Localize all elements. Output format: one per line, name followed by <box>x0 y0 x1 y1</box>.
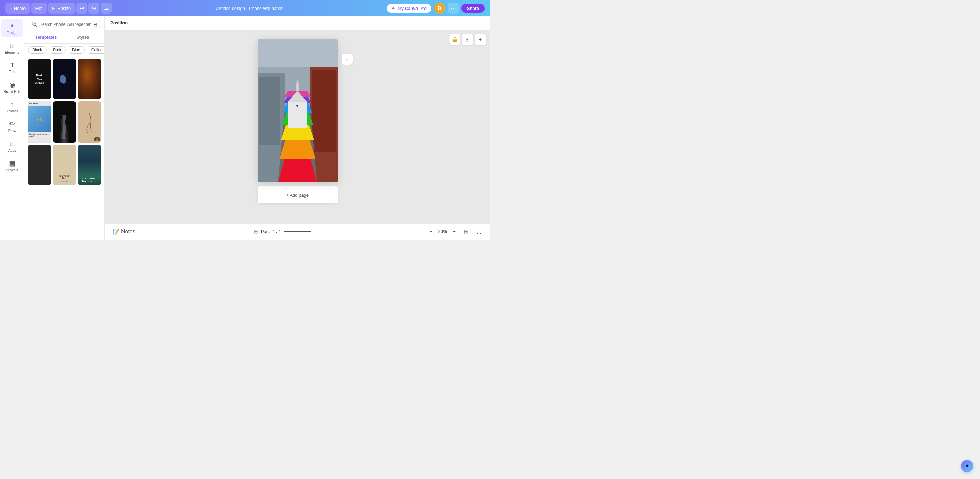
more-icon: ⋯ <box>450 5 456 11</box>
star-icon: ✦ <box>391 6 395 11</box>
reminder-image: 🙌 <box>28 106 51 131</box>
template-card[interactable] <box>53 101 76 142</box>
copy-button[interactable]: ⊡ <box>462 34 473 45</box>
template-card[interactable]: Reminder 🙌 Life is too short, just calm … <box>28 101 51 142</box>
sidebar-item-elements[interactable]: ⊞ Elements <box>2 39 23 57</box>
zoom-in-button[interactable]: + <box>450 227 458 236</box>
bottom-left: 📝 Notes <box>110 227 138 236</box>
add-button[interactable]: + <box>475 34 486 45</box>
template-card[interactable]: FIND YOUR balance <box>78 145 101 185</box>
card-inner: Reminder 🙌 Life is too short, just calm … <box>28 101 51 142</box>
street-scene-svg <box>258 40 337 182</box>
template-card[interactable]: You've got This! NOTEPAD <box>53 145 76 185</box>
resize-button[interactable]: ⊞ Resize <box>48 3 75 14</box>
file-label: File <box>35 6 43 11</box>
panel-tabs: Templates Styles <box>24 32 105 43</box>
topbar-right: ✦ Try Canva Pro D ⋯ Share <box>387 3 485 14</box>
moon-decoration <box>60 74 69 84</box>
chip-collage[interactable]: Collage <box>87 46 105 54</box>
sidebar-item-text[interactable]: T Text <box>2 59 23 76</box>
design-icon: ✦ <box>9 22 15 30</box>
fullscreen-button[interactable]: ⛶ <box>474 227 485 236</box>
zoom-in-icon: + <box>453 229 456 235</box>
canvas-phone[interactable] <box>258 40 337 182</box>
card-subtext: NOTEPAD <box>60 181 69 183</box>
chip-pink[interactable]: Pink <box>49 46 65 54</box>
try-pro-label: Try Canva Pro <box>397 6 426 11</box>
template-card[interactable] <box>78 59 101 99</box>
undo-button[interactable]: ↩ <box>76 3 87 14</box>
svg-rect-3 <box>259 77 280 145</box>
resize-label: Resize <box>57 6 71 11</box>
canvas-top-controls: 🔒 ⊡ + <box>449 34 486 45</box>
redo-button[interactable]: ↪ <box>89 3 99 14</box>
fit-button[interactable]: ⊞ <box>461 227 471 236</box>
cloud-icon: ☁ <box>103 5 109 11</box>
page-progress-bar <box>284 231 311 232</box>
position-label: Position <box>110 21 127 25</box>
text-icon: T <box>10 61 14 69</box>
show-pages-button[interactable]: ⊟ <box>254 228 258 235</box>
expand-button[interactable]: + <box>342 54 353 65</box>
tab-templates[interactable]: Templates <box>28 32 65 43</box>
sidebar-item-label: Brand Hub <box>4 90 21 94</box>
undo-icon: ↩ <box>80 5 84 11</box>
sidebar-item-apps[interactable]: ⊡ Apps <box>2 137 23 155</box>
zoom-out-icon: − <box>430 229 433 235</box>
bottom-right: − 20% + ⊞ ⛶ <box>427 227 485 236</box>
canvas-wrapper[interactable]: 🔒 ⊡ + <box>105 30 490 223</box>
share-button[interactable]: Share <box>461 4 485 13</box>
try-pro-button[interactable]: ✦ Try Canva Pro <box>387 4 431 13</box>
sidebar-item-brand-hub[interactable]: ◉ Brand Hub <box>2 78 23 96</box>
lock-button[interactable]: 🔒 <box>449 34 460 45</box>
fit-icon: ⊞ <box>464 228 468 235</box>
file-button[interactable]: File <box>31 3 47 14</box>
icon-sidebar: ✦ Design ⊞ Elements T Text ◉ Brand Hub ↑… <box>0 16 24 240</box>
sidebar-item-uploads[interactable]: ↑ Uploads <box>2 98 23 116</box>
tab-styles[interactable]: Styles <box>65 32 102 43</box>
cloud-save-button[interactable]: ☁ <box>101 3 111 14</box>
add-page-button[interactable]: + Add page <box>258 186 337 204</box>
card-inner <box>28 145 51 185</box>
template-card[interactable]: Think.Plan.Execute. <box>28 59 51 99</box>
template-card[interactable] <box>28 145 51 185</box>
templates-grid: Think.Plan.Execute. Remin <box>24 56 105 240</box>
topbar-left: ⌂ Home File ⊞ Resize ↩ ↪ ☁ <box>5 3 111 14</box>
template-card[interactable]: 👑 <box>78 101 101 142</box>
projects-icon: ▤ <box>9 159 15 167</box>
notes-button[interactable]: 📝 Notes <box>110 227 138 236</box>
search-icon: 🔍 <box>32 22 37 27</box>
search-input[interactable] <box>40 22 91 27</box>
sidebar-item-label: Text <box>9 70 15 74</box>
user-avatar[interactable]: D <box>434 3 445 14</box>
user-initial: D <box>438 5 441 11</box>
sidebar-item-design[interactable]: ✦ Design <box>2 19 23 37</box>
card-inner: Think.Plan.Execute. <box>28 59 51 99</box>
more-options-button[interactable]: ⋯ <box>448 3 459 14</box>
chip-blue[interactable]: Blue <box>68 46 85 54</box>
filter-icon[interactable]: ⊟ <box>93 22 97 27</box>
pages-icon: ⊟ <box>254 228 258 235</box>
home-label: Home <box>14 6 26 11</box>
reminder-text: Life is too short, just calm down! <box>28 132 51 138</box>
panel-search-area: 🔍 ⊟ <box>24 16 105 32</box>
sidebar-item-draw[interactable]: ✏ Draw <box>2 117 23 135</box>
canvas-page-area: + + Add page <box>258 50 337 204</box>
zoom-level: 20% <box>438 229 447 234</box>
chip-black[interactable]: Black <box>28 46 47 54</box>
sidebar-item-label: Apps <box>8 149 16 153</box>
template-card[interactable] <box>53 59 76 99</box>
crown-badge: 👑 <box>94 137 100 141</box>
main-layout: ✦ Design ⊞ Elements T Text ◉ Brand Hub ↑… <box>0 16 490 240</box>
sidebar-item-projects[interactable]: ▤ Projects <box>2 156 23 175</box>
template-grid-columns: Think.Plan.Execute. Remin <box>28 59 101 185</box>
sidebar-item-label: Draw <box>8 129 16 133</box>
sidebar-item-label: Uploads <box>6 109 18 113</box>
redo-icon: ↪ <box>92 5 96 11</box>
zoom-out-button[interactable]: − <box>427 227 435 236</box>
filter-chips: Black Pink Blue Collage Green › <box>24 43 105 56</box>
card-text: You've got This! <box>56 175 73 179</box>
uploads-icon: ↑ <box>11 100 14 108</box>
card-inner: You've got This! NOTEPAD <box>53 145 76 185</box>
home-button[interactable]: ⌂ Home <box>5 3 30 14</box>
